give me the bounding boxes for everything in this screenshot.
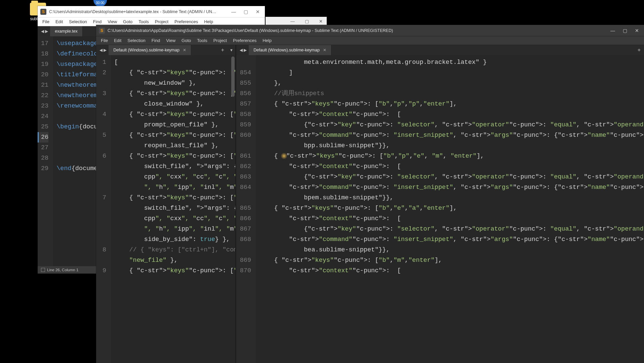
tab-row-right: ◀ ▶ Default (Windows).sublime-keymap ✕ + bbox=[236, 45, 644, 55]
status-text: Line 26, Column 1 bbox=[47, 268, 78, 272]
status-icon bbox=[41, 268, 45, 272]
new-tab-button[interactable]: + bbox=[634, 45, 644, 55]
minimize-button[interactable]: — bbox=[290, 19, 295, 24]
clock-badge: 00:00 bbox=[93, 0, 107, 7]
menu-tools[interactable]: Tools bbox=[136, 18, 151, 25]
menubar: FileEditSelectionFindViewGotoToolsProjec… bbox=[96, 36, 644, 45]
titlebar[interactable]: S C:\Users\Administrator\AppData\Roaming… bbox=[96, 25, 644, 36]
menu-view[interactable]: View bbox=[163, 37, 178, 44]
close-button[interactable]: ✕ bbox=[319, 19, 323, 24]
menu-goto[interactable]: Goto bbox=[179, 37, 194, 44]
menu-project[interactable]: Project bbox=[152, 18, 171, 25]
tab-row-left: ◀ ▶ Default (Windows).sublime-keymap ✕ +… bbox=[96, 45, 235, 55]
menu-edit[interactable]: Edit bbox=[111, 37, 124, 44]
line-gutter: 123456789 bbox=[96, 55, 111, 363]
menu-project[interactable]: Project bbox=[211, 37, 230, 44]
menu-preferences[interactable]: Preferences bbox=[172, 18, 201, 25]
minimize-button[interactable]: — bbox=[610, 28, 615, 33]
editor-left[interactable]: 123456789 [ { "c-str">"keys""c-punc">: [… bbox=[96, 55, 235, 363]
menu-preferences[interactable]: Preferences bbox=[230, 37, 259, 44]
close-button[interactable]: ✕ bbox=[635, 28, 639, 33]
menu-selection[interactable]: Selection bbox=[125, 37, 148, 44]
tab-keymap-right[interactable]: Default (Windows).sublime-keymap ✕ bbox=[249, 45, 331, 55]
line-gutter: 17181920212223242526272829 bbox=[38, 36, 53, 266]
tab-keymap-left[interactable]: Default (Windows).sublime-keymap ✕ bbox=[109, 45, 191, 55]
close-icon[interactable]: ✕ bbox=[183, 48, 186, 52]
line-gutter: 8548558568578588598608618628638648658668… bbox=[236, 55, 256, 363]
window-title: C:\Users\Administrator\AppData\Roaming\S… bbox=[108, 28, 393, 33]
menu-selection[interactable]: Selection bbox=[66, 18, 89, 25]
tab-nav-arrows[interactable]: ◀ ▶ bbox=[97, 45, 109, 55]
sublime-window-keymap: S C:\Users\Administrator\AppData\Roaming… bbox=[96, 25, 644, 363]
menu-goto[interactable]: Goto bbox=[120, 18, 135, 25]
tab-nav-arrows[interactable]: ◀ ▶ bbox=[39, 26, 50, 36]
maximize-button[interactable]: ▢ bbox=[622, 28, 627, 33]
maximize-button[interactable]: ▢ bbox=[305, 19, 309, 24]
code-area[interactable]: [ { "c-str">"keys""c-punc">: ["ctrl+shif… bbox=[111, 55, 235, 363]
sublime-logo-icon: S bbox=[99, 28, 105, 34]
tab-label: Default (Windows).sublime-keymap bbox=[253, 48, 320, 52]
new-tab-button[interactable]: + bbox=[218, 45, 228, 55]
menu-find[interactable]: Find bbox=[149, 37, 163, 44]
tab-dropdown[interactable]: ▼ bbox=[228, 45, 235, 55]
tab-label: example.tex bbox=[55, 29, 77, 34]
scrollbar[interactable] bbox=[231, 56, 235, 97]
minimize-button[interactable]: — bbox=[231, 9, 236, 14]
window-title: C:\Users\Administrator\Desktop\sublime+l… bbox=[49, 9, 217, 14]
menu-view[interactable]: View bbox=[105, 18, 120, 25]
background-window-controls: — ▢ ✕ bbox=[266, 17, 327, 26]
maximize-button[interactable]: ▢ bbox=[243, 9, 248, 14]
tab-nav-arrows[interactable]: ◀ ▶ bbox=[238, 45, 249, 55]
tab-label: Default (Windows).sublime-keymap bbox=[113, 48, 179, 52]
titlebar[interactable]: S C:\Users\Administrator\Desktop\sublime… bbox=[38, 6, 265, 17]
menu-find[interactable]: Find bbox=[90, 18, 104, 25]
code-area[interactable]: meta.environment.math,meta.group.bracket… bbox=[256, 55, 644, 363]
menu-tools[interactable]: Tools bbox=[194, 37, 210, 44]
menu-file[interactable]: File bbox=[40, 18, 52, 25]
tab-example-tex[interactable]: example.tex bbox=[50, 26, 82, 36]
close-button[interactable]: ✕ bbox=[255, 9, 260, 14]
menu-help[interactable]: Help bbox=[260, 37, 274, 44]
close-icon[interactable]: ✕ bbox=[323, 48, 326, 52]
menu-file[interactable]: File bbox=[98, 37, 111, 44]
menu-edit[interactable]: Edit bbox=[53, 18, 66, 25]
menu-help[interactable]: Help bbox=[201, 18, 216, 25]
sublime-logo-icon: S bbox=[40, 9, 46, 15]
editor-right[interactable]: 8548558568578588598608618628638648658668… bbox=[236, 55, 644, 363]
